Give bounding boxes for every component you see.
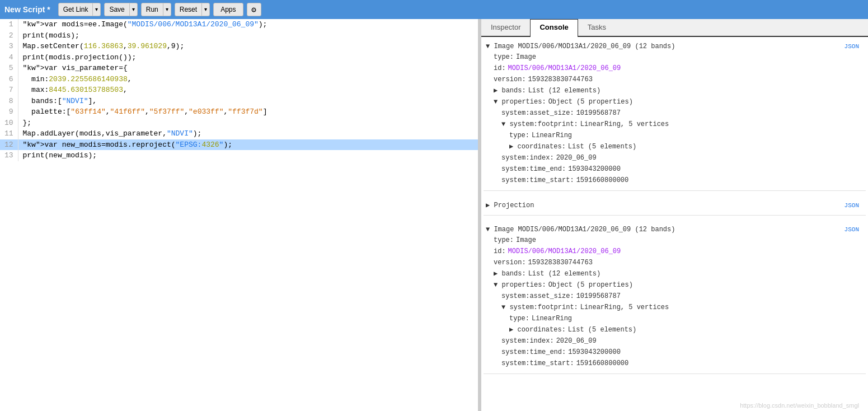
topbar: New Script * Get Link ▾ Save ▾ Run ▾ Res… (0, 0, 868, 19)
console-key: type: (509, 130, 529, 141)
line-content: palette:["63ff14","41f6ff","5f37ff","e03… (18, 106, 478, 118)
console-key: ▶ bands: (494, 86, 526, 96)
line-content: "kw">var new_modis=modis.reproject("EPSG… (18, 139, 478, 151)
console-row: system:time_start: 1591660800000 (484, 358, 866, 369)
gear-icon: ⚙ (251, 5, 256, 15)
console-key: type: (494, 235, 514, 245)
save-label: Save (105, 3, 129, 16)
section-title: ▼ Image MODIS/006/MOD13A1/2020_06_09 (12… (486, 226, 675, 233)
code-line-5[interactable]: 5"kw">var vis_parameter={ (0, 63, 478, 74)
console-row: ▶ bands: List (12 elements) (484, 268, 866, 279)
tab-console[interactable]: Console (530, 19, 578, 37)
line-content: print(modis); (18, 30, 478, 41)
code-line-6[interactable]: 6 min:2039.2255686140938, (0, 74, 478, 85)
console-row: ▶ coordinates: List (5 elements) (484, 324, 866, 335)
reset-arrow[interactable]: ▾ (201, 3, 209, 16)
line-content: print(new_modis); (18, 150, 478, 161)
console-key: version: (494, 258, 526, 268)
console-value: List (12 elements) (528, 86, 601, 96)
console-key: ▼ properties: (494, 280, 546, 290)
console-key: version: (494, 74, 526, 85)
console-key: ▼ system:footprint: (501, 302, 578, 312)
console-row: type: LinearRing (484, 130, 866, 141)
run-arrow[interactable]: ▾ (163, 3, 171, 16)
console-key: system:time_start: (501, 175, 574, 185)
console-row: id: MODIS/006/MOD13A1/2020_06_09 (484, 63, 866, 74)
reset-button[interactable]: Reset ▾ (175, 3, 210, 16)
console-output[interactable]: ▼ Image MODIS/006/MOD13A1/2020_06_09 (12… (481, 37, 868, 411)
code-line-2[interactable]: 2print(modis); (0, 30, 478, 41)
console-key: system:index: (501, 153, 554, 163)
console-row: type: LinearRing (484, 313, 866, 324)
code-line-11[interactable]: 11Map.addLayer(modis,vis_parameter,"NDVI… (0, 128, 478, 139)
line-number: 7 (0, 85, 18, 96)
console-key: type: (494, 52, 514, 62)
line-number: 3 (0, 41, 18, 52)
save-button[interactable]: Save ▾ (104, 3, 137, 16)
tab-tasks[interactable]: Tasks (578, 19, 616, 37)
console-value: 159328383074476​3 (528, 74, 593, 85)
console-value: List (5 elements) (568, 142, 636, 152)
console-value: Object (5 properties) (548, 280, 633, 290)
section-header[interactable]: ▶ ProjectionJSON (484, 200, 866, 211)
line-content: "kw">var vis_parameter={ (18, 63, 478, 74)
console-value: List (5 elements) (568, 325, 636, 335)
console-row: version: 159328383074476​3 (484, 257, 866, 268)
reset-label: Reset (175, 3, 201, 16)
section-header[interactable]: ▼ Image MODIS/006/MOD13A1/2020_06_09 (12… (484, 41, 866, 52)
console-row: system:time_start: 1591660800000 (484, 175, 866, 186)
save-arrow[interactable]: ▾ (129, 3, 137, 16)
code-line-9[interactable]: 9 palette:["63ff14","41f6ff","5f37ff","e… (0, 106, 478, 118)
console-value: Image (516, 52, 536, 62)
code-line-8[interactable]: 8 bands:["NDVI"], (0, 96, 478, 107)
code-line-3[interactable]: 3Map.setCenter(116.36863,39.961029,9); (0, 41, 478, 52)
console-row: version: 159328383074476​3 (484, 74, 866, 85)
tab-inspector[interactable]: Inspector (481, 19, 530, 37)
console-row: type: Image (484, 235, 866, 246)
right-panel: Inspector Console Tasks ▼ Image MODIS/00… (481, 19, 868, 411)
section-title: ▼ Image MODIS/006/MOD13A1/2020_06_09 (12… (486, 43, 675, 50)
apps-button[interactable]: Apps (213, 3, 243, 16)
code-line-13[interactable]: 13print(new_modis); (0, 150, 478, 161)
console-row: ▶ coordinates: List (5 elements) (484, 141, 866, 152)
console-row: ▼ properties: Object (5 properties) (484, 279, 866, 291)
console-row: system:index: 2020_06_09 (484, 335, 866, 347)
console-key: ▶ bands: (494, 269, 526, 279)
json-link[interactable]: JSON (844, 226, 859, 233)
line-number: 10 (0, 118, 18, 129)
console-key: system:asset_size: (501, 291, 574, 301)
console-value: 159328383074476​3 (528, 258, 593, 268)
tab-bar: Inspector Console Tasks (481, 19, 868, 37)
console-row: ▼ properties: Object (5 properties) (484, 96, 866, 108)
code-line-10[interactable]: 10}; (0, 118, 478, 129)
code-line-4[interactable]: 4print(modis.projection()); (0, 52, 478, 63)
console-value: Image (516, 235, 536, 245)
line-content: print(modis.projection()); (18, 52, 478, 63)
console-value: 1591660800000 (576, 175, 629, 185)
console-row: ▶ bands: List (12 elements) (484, 85, 866, 96)
settings-button[interactable]: ⚙ (247, 3, 261, 16)
code-line-7[interactable]: 7 max:8445.630153788503, (0, 85, 478, 96)
console-row: system:asset_size: 10199568787 (484, 108, 866, 119)
line-content: min:2039.2255686140938, (18, 74, 478, 85)
get-link-arrow[interactable]: ▾ (92, 3, 100, 16)
section-header[interactable]: ▼ Image MODIS/006/MOD13A1/2020_06_09 (12… (484, 225, 866, 235)
json-link[interactable]: JSON (844, 202, 859, 209)
run-button[interactable]: Run ▾ (141, 3, 171, 16)
line-number: 12 (0, 139, 18, 151)
get-link-button[interactable]: Get Link ▾ (58, 3, 101, 16)
line-number: 4 (0, 52, 18, 63)
console-value: LinearRing (532, 314, 572, 324)
watermark: https://blog.csdn.net/weixin_bob​bland_s… (740, 402, 859, 409)
line-number: 6 (0, 74, 18, 85)
console-key: system:asset_size: (501, 108, 574, 118)
console-row: type: Image (484, 52, 866, 63)
console-value: 2020_06_09 (556, 153, 597, 163)
code-line-1[interactable]: 1"kw">var modis=ee.Image("MODIS/006/MOD1… (0, 19, 478, 30)
json-link[interactable]: JSON (844, 43, 859, 50)
main-content: 1"kw">var modis=ee.Image("MODIS/006/MOD1… (0, 19, 868, 411)
console-section-projection: ▶ ProjectionJSON (484, 200, 866, 216)
code-line-12[interactable]: 12"kw">var new_modis=modis.reproject("EP… (0, 139, 478, 151)
code-editor[interactable]: 1"kw">var modis=ee.Image("MODIS/006/MOD1… (0, 19, 478, 411)
console-key: ▶ coordinates: (509, 325, 566, 335)
